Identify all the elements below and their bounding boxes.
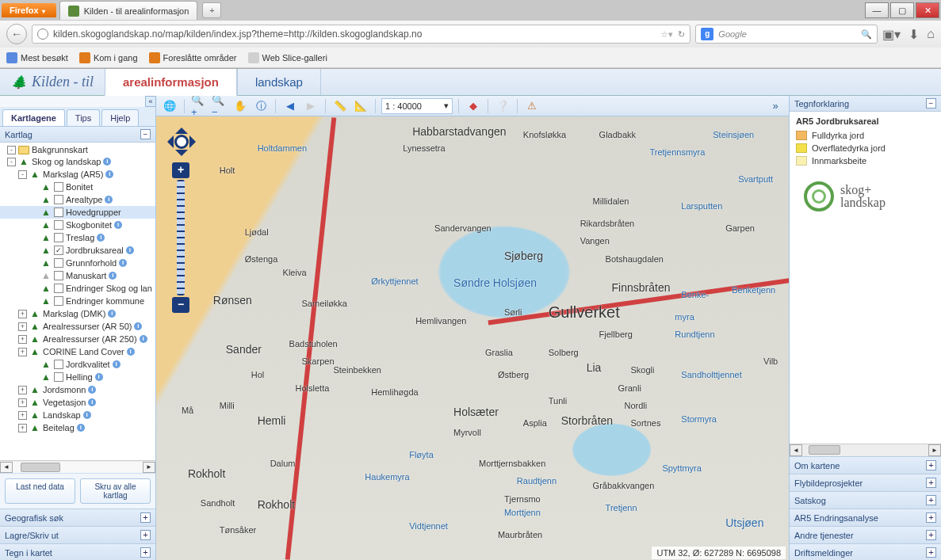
info-icon[interactable]: i bbox=[97, 234, 105, 242]
tree-node[interactable]: ▲Treslagi bbox=[0, 231, 155, 244]
accordion-driftsmeldinger[interactable]: Driftsmeldinger+ bbox=[790, 543, 941, 560]
app-tab-arealinformasjon[interactable]: arealinformasjon bbox=[105, 69, 237, 96]
tree-node[interactable]: +▲Arealressurser (AR 50)i bbox=[0, 320, 155, 333]
legend-header[interactable]: Tegnforklaring − bbox=[790, 96, 941, 112]
pan-button[interactable]: ✋ bbox=[231, 98, 249, 114]
expand-icon[interactable]: + bbox=[926, 460, 936, 470]
zoom-plus-button[interactable]: + bbox=[172, 162, 189, 178]
accordion-om-kartene[interactable]: Om kartene+ bbox=[790, 456, 941, 474]
home-icon[interactable]: ⌂ bbox=[927, 27, 935, 41]
full-extent-button[interactable]: 🌐 bbox=[161, 98, 178, 114]
tree-node[interactable]: ▲Arealtypei bbox=[0, 193, 155, 206]
measure-area-button[interactable]: 📐 bbox=[352, 98, 369, 114]
tree-node[interactable]: +▲Landskapi bbox=[0, 409, 155, 421]
expand-icon[interactable]: + bbox=[140, 547, 151, 558]
pan-west-icon[interactable] bbox=[161, 135, 174, 148]
scale-select[interactable]: 1 : 40000▾ bbox=[381, 98, 453, 114]
pan-control[interactable] bbox=[164, 124, 199, 159]
left-tab-hjelp[interactable]: Hjelp bbox=[101, 109, 139, 126]
tree-node[interactable]: -Bakgrunnskart bbox=[0, 144, 155, 155]
expand-icon[interactable]: + bbox=[140, 530, 151, 540]
expander-icon[interactable]: - bbox=[7, 146, 16, 154]
zoom-in-button[interactable]: 🔍+ bbox=[190, 98, 208, 114]
info-icon[interactable]: i bbox=[88, 398, 96, 406]
right-hscrollbar[interactable]: ◄ ► bbox=[790, 444, 941, 456]
expander-icon[interactable]: + bbox=[18, 335, 27, 344]
info-icon[interactable]: i bbox=[95, 373, 103, 381]
accordion-lagre-skriv-ut[interactable]: Lagre/Skriv ut+ bbox=[0, 526, 155, 543]
tree-node[interactable]: ▲Bonitet bbox=[0, 181, 155, 193]
expand-icon[interactable]: + bbox=[140, 512, 151, 523]
expand-toolbar-button[interactable]: » bbox=[767, 98, 784, 114]
accordion-geografisk-s-k[interactable]: Geografisk søk+ bbox=[0, 509, 155, 526]
info-icon[interactable]: i bbox=[88, 386, 96, 394]
toggle-layers-button[interactable]: Skru av alle kartlag bbox=[80, 478, 151, 504]
minimize-button[interactable]: — bbox=[865, 2, 889, 18]
next-extent-button[interactable]: ▶ bbox=[302, 98, 319, 114]
layer-checkbox[interactable] bbox=[54, 360, 63, 369]
star-icon[interactable]: ☆▾ bbox=[660, 29, 673, 40]
info-icon[interactable]: i bbox=[134, 322, 142, 330]
tree-node[interactable]: +▲Beitelagi bbox=[0, 421, 155, 434]
expand-icon[interactable]: + bbox=[926, 478, 936, 488]
layer-checkbox[interactable] bbox=[54, 258, 63, 268]
layer-checkbox[interactable] bbox=[54, 220, 63, 230]
firefox-menu-button[interactable]: Firefox bbox=[2, 3, 56, 17]
expander-icon[interactable]: + bbox=[18, 322, 27, 331]
layer-checkbox[interactable] bbox=[54, 233, 63, 242]
bookmark-item[interactable]: Foreslåtte områder bbox=[149, 52, 237, 63]
zoom-track[interactable] bbox=[177, 180, 185, 295]
download-data-button[interactable]: Last ned data bbox=[5, 478, 75, 504]
info-icon[interactable]: i bbox=[114, 221, 122, 229]
info-icon[interactable]: i bbox=[105, 170, 113, 178]
info-icon[interactable]: i bbox=[77, 424, 85, 432]
info-icon[interactable]: i bbox=[119, 259, 127, 267]
expander-icon[interactable]: + bbox=[18, 424, 27, 432]
prev-extent-button[interactable]: ◀ bbox=[281, 98, 299, 114]
warning-button[interactable]: ⚠ bbox=[523, 98, 541, 114]
tree-node[interactable]: -▲Markslag (AR5)i bbox=[0, 168, 155, 181]
tree-node[interactable]: ▲✓Jordbruksareali bbox=[0, 244, 155, 257]
tree-node[interactable]: +▲Vegetasjoni bbox=[0, 396, 155, 409]
search-bar[interactable]: g Google 🔍 bbox=[695, 25, 878, 44]
info-icon[interactable]: i bbox=[127, 348, 135, 356]
expander-icon[interactable]: - bbox=[18, 170, 27, 179]
scroll-thumb[interactable] bbox=[21, 463, 60, 472]
pan-south-icon[interactable] bbox=[175, 150, 188, 162]
zoom-minus-button[interactable]: − bbox=[172, 297, 189, 313]
expander-icon[interactable]: + bbox=[18, 398, 27, 407]
accordion-flybildeprosjekter[interactable]: Flybildeprosjekter+ bbox=[790, 474, 941, 491]
bookmark-item[interactable]: Kom i gang bbox=[79, 52, 138, 63]
search-icon[interactable]: 🔍 bbox=[861, 29, 872, 40]
tree-node[interactable]: ▲Jordkvaliteti bbox=[0, 358, 155, 371]
tree-node[interactable]: ▲Endringer kommune bbox=[0, 295, 155, 307]
tree-node[interactable]: ▲Endringer Skog og lan bbox=[0, 282, 155, 295]
info-icon[interactable]: i bbox=[140, 335, 147, 343]
tree-node[interactable]: ▲Hovedgrupper bbox=[0, 206, 155, 219]
info-icon[interactable]: i bbox=[113, 360, 120, 368]
downloads-icon[interactable]: ⬇ bbox=[908, 27, 919, 42]
collapse-icon[interactable]: − bbox=[140, 129, 151, 139]
measure-line-button[interactable]: 📏 bbox=[331, 98, 349, 114]
layer-checkbox[interactable]: ✓ bbox=[54, 246, 63, 255]
info-icon[interactable]: i bbox=[105, 196, 113, 204]
tree-hscrollbar[interactable]: ◄ ► bbox=[0, 460, 155, 473]
pan-north-icon[interactable] bbox=[175, 121, 188, 134]
tree-node[interactable]: +▲Markslag (DMK)i bbox=[0, 307, 155, 320]
url-bar[interactable]: kilden.skogoglandskap.no/map/kilden/inde… bbox=[32, 25, 690, 44]
collapse-icon[interactable]: − bbox=[926, 98, 936, 109]
tree-node[interactable]: +▲CORINE Land Coveri bbox=[0, 345, 155, 358]
reload-icon[interactable]: ↻ bbox=[678, 29, 685, 40]
zoom-slider[interactable]: + − bbox=[172, 162, 189, 313]
left-tab-tips[interactable]: Tips bbox=[67, 109, 100, 126]
layer-checkbox[interactable] bbox=[54, 195, 63, 204]
tree-node[interactable]: ▲Hellingi bbox=[0, 371, 155, 383]
expander-icon[interactable]: + bbox=[18, 386, 27, 394]
kartlag-header[interactable]: Kartlag − bbox=[0, 127, 155, 143]
help-button[interactable]: ❔ bbox=[494, 98, 511, 114]
tree-node[interactable]: +▲Arealressurser (AR 250)i bbox=[0, 333, 155, 345]
back-button[interactable]: ← bbox=[6, 24, 27, 44]
left-tab-kartlagene[interactable]: Kartlagene bbox=[2, 109, 65, 126]
accordion-andre-tjenester[interactable]: Andre tjenester+ bbox=[790, 526, 941, 543]
tree-node[interactable]: +▲Jordsmonni bbox=[0, 383, 155, 396]
